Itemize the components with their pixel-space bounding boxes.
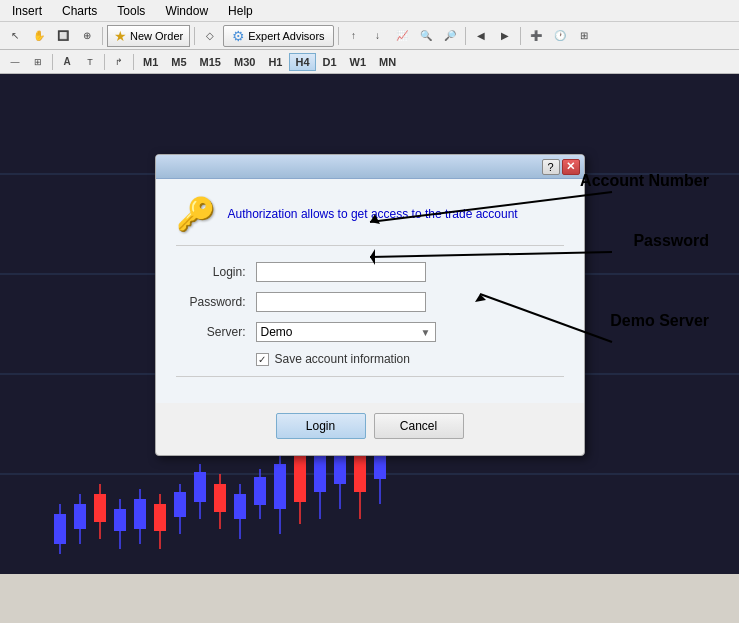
- password-label: Password:: [176, 295, 246, 309]
- new-order-label: New Order: [130, 30, 183, 42]
- menu-window[interactable]: Window: [157, 2, 216, 20]
- tf-w1[interactable]: W1: [344, 53, 373, 71]
- toolbar-up-btn[interactable]: ↑: [343, 25, 365, 47]
- tf-m1[interactable]: M1: [137, 53, 164, 71]
- toolbar-zoom-out-btn[interactable]: 🔎: [439, 25, 461, 47]
- toolbar-a-btn[interactable]: A: [56, 51, 78, 73]
- sep3: [338, 27, 339, 45]
- sep5: [520, 27, 521, 45]
- cancel-btn[interactable]: Cancel: [374, 413, 464, 439]
- expert-advisors-icon: ⚙: [232, 28, 245, 44]
- menu-tools[interactable]: Tools: [109, 2, 153, 20]
- new-order-btn[interactable]: ★ New Order: [107, 25, 190, 47]
- select-arrow-icon: ▼: [421, 327, 431, 338]
- keys-icon: 🔑: [176, 195, 216, 233]
- menu-help[interactable]: Help: [220, 2, 261, 20]
- login-input[interactable]: [256, 262, 426, 282]
- titlebar-buttons: ? ✕: [542, 159, 580, 175]
- dialog-info-text: Authorization allows to get access to th…: [228, 207, 518, 221]
- toolbar-grid-btn[interactable]: ⊞: [573, 25, 595, 47]
- toolbar-right-btn[interactable]: ▶: [494, 25, 516, 47]
- toolbar-left-btn[interactable]: ◀: [470, 25, 492, 47]
- chart-area: ? ✕ 🔑 Authorization allows to get access…: [0, 74, 739, 574]
- sep2: [194, 27, 195, 45]
- server-row: Server: Demo ▼: [176, 322, 564, 342]
- menu-bar: Insert Charts Tools Window Help: [0, 0, 739, 22]
- tf-h4[interactable]: H4: [289, 53, 315, 71]
- server-label: Server:: [176, 325, 246, 339]
- dialog-close-btn[interactable]: ✕: [562, 159, 580, 175]
- toolbar-plus-btn[interactable]: ➕: [525, 25, 547, 47]
- tf-m30[interactable]: M30: [228, 53, 261, 71]
- password-annotation: Password: [633, 232, 709, 250]
- server-select[interactable]: Demo ▼: [256, 322, 436, 342]
- sep8: [133, 54, 134, 70]
- password-input[interactable]: [256, 292, 426, 312]
- toolbar-crosshair-btn[interactable]: ⊕: [76, 25, 98, 47]
- dialog-footer: Login Cancel: [156, 403, 584, 455]
- menu-charts[interactable]: Charts: [54, 2, 105, 20]
- tf-m15[interactable]: M15: [194, 53, 227, 71]
- toolbar-pointer-btn[interactable]: ↱: [108, 51, 130, 73]
- dialog-header: 🔑 Authorization allows to get access to …: [176, 195, 564, 246]
- toolbar-chart-btn[interactable]: 📈: [391, 25, 413, 47]
- dialog-body: 🔑 Authorization allows to get access to …: [156, 179, 584, 403]
- save-account-checkbox[interactable]: ✓: [256, 353, 269, 366]
- dialog-help-btn[interactable]: ?: [542, 159, 560, 175]
- login-label: Login:: [176, 265, 246, 279]
- toolbar-main: ↖ ✋ 🔲 ⊕ ★ New Order ◇ ⚙ Expert Advisors …: [0, 22, 739, 50]
- toolbar-zoom-in-btn[interactable]: 🔍: [415, 25, 437, 47]
- toolbar-clock-btn[interactable]: 🕐: [549, 25, 571, 47]
- expert-advisors-btn[interactable]: ⚙ Expert Advisors: [223, 25, 333, 47]
- sep7: [104, 54, 105, 70]
- save-account-row: ✓ Save account information: [256, 352, 564, 366]
- toolbar-line-btn[interactable]: —: [4, 51, 26, 73]
- login-row: Login:: [176, 262, 564, 282]
- menu-insert[interactable]: Insert: [4, 2, 50, 20]
- toolbar-hand-btn[interactable]: ✋: [28, 25, 50, 47]
- new-order-icon: ★: [114, 28, 127, 44]
- tf-d1[interactable]: D1: [317, 53, 343, 71]
- tf-mn[interactable]: MN: [373, 53, 402, 71]
- sep4: [465, 27, 466, 45]
- account-number-annotation: Account Number: [580, 172, 709, 190]
- password-row: Password:: [176, 292, 564, 312]
- tf-h1[interactable]: H1: [262, 53, 288, 71]
- toolbar-zoom-btn[interactable]: 🔲: [52, 25, 74, 47]
- dialog-titlebar: ? ✕: [156, 155, 584, 179]
- login-btn[interactable]: Login: [276, 413, 366, 439]
- toolbar-grid2-btn[interactable]: ⊞: [27, 51, 49, 73]
- expert-advisors-label: Expert Advisors: [248, 30, 324, 42]
- toolbar-down-btn[interactable]: ↓: [367, 25, 389, 47]
- login-dialog: ? ✕ 🔑 Authorization allows to get access…: [155, 154, 585, 456]
- dialog-separator: [176, 376, 564, 377]
- toolbar-text-btn[interactable]: T: [79, 51, 101, 73]
- sep6: [52, 54, 53, 70]
- save-account-label: Save account information: [275, 352, 410, 366]
- toolbar-timeframes: — ⊞ A T ↱ M1 M5 M15 M30 H1 H4 D1 W1 MN: [0, 50, 739, 74]
- toolbar-arrow-btn[interactable]: ↖: [4, 25, 26, 47]
- sep1: [102, 27, 103, 45]
- demo-server-annotation: Demo Server: [610, 312, 709, 330]
- toolbar-indicator-btn[interactable]: ◇: [199, 25, 221, 47]
- server-value: Demo: [261, 325, 293, 339]
- tf-m5[interactable]: M5: [165, 53, 192, 71]
